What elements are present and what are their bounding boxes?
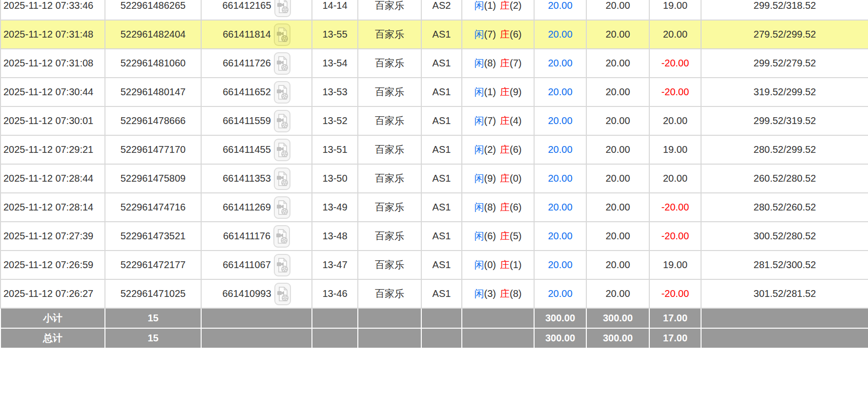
player-result-group: 闲(9) (475, 173, 496, 184)
bet-record-row[interactable]: 2025-11-12 07:26:27 522961471025 6614109… (0, 279, 868, 308)
player-result-group: 闲(6) (475, 231, 496, 241)
bet-record-row[interactable]: 2025-11-12 07:26:59 522961472177 6614110… (0, 251, 868, 279)
bet-time-cell: 2025-11-12 07:30:01 (0, 106, 105, 135)
game-no-text: 661411353 (223, 173, 271, 184)
player-result-group: 闲(7) (475, 29, 496, 40)
player-label: 闲 (475, 259, 484, 270)
player-result-group: 闲(1) (475, 86, 496, 97)
bet-amount-link[interactable]: 20.00 (548, 115, 572, 126)
bet-record-row[interactable]: 2025-11-12 07:28:14 522961474716 6614112… (0, 193, 868, 222)
banker-points: (9) (510, 86, 521, 97)
video-replay-icon (274, 254, 290, 276)
bet-amount-link[interactable]: 20.00 (548, 29, 572, 40)
game-type-cell: 百家乐 (358, 164, 421, 193)
bet-amount-cell: 20.00 (534, 222, 586, 251)
bet-id-cell: 522961472177 (105, 251, 201, 279)
table-name-cell: AS1 (421, 20, 462, 49)
video-replay-button[interactable] (274, 168, 290, 190)
player-result-group: 闲(8) (475, 58, 496, 68)
banker-points: (7) (510, 58, 521, 68)
video-replay-icon (274, 110, 290, 132)
video-replay-button[interactable] (274, 196, 290, 219)
video-replay-icon (274, 283, 291, 305)
game-type-cell: 百家乐 (358, 193, 421, 222)
player-label: 闲 (475, 231, 484, 241)
round-cell: 13-53 (312, 78, 358, 106)
result-cell: 闲(8)庄(6) (462, 193, 534, 222)
bet-amount-link[interactable]: 20.00 (548, 259, 572, 270)
game-no-cell: 661411353 (201, 164, 312, 193)
balance-cell: 300.52/280.52 (701, 222, 868, 251)
table-name-cell: AS2 (421, 0, 462, 20)
valid-amount-cell: 20.00 (586, 164, 649, 193)
video-replay-button[interactable] (274, 81, 290, 104)
bet-amount-link[interactable]: 20.00 (548, 144, 572, 155)
player-result-group: 闲(3) (475, 288, 496, 299)
video-replay-icon (274, 0, 291, 17)
bet-record-row[interactable]: 2025-11-12 07:28:44 522961475809 6614113… (0, 164, 868, 193)
bet-amount-link[interactable]: 20.00 (548, 288, 572, 299)
game-type-cell: 百家乐 (358, 135, 421, 164)
balance-cell: 281.52/300.52 (701, 251, 868, 279)
summary-count-cell: 15 (105, 328, 201, 348)
game-no-text: 661411652 (223, 86, 271, 98)
player-points: (2) (484, 144, 496, 155)
summary-empty-cell (201, 308, 312, 328)
game-no-cell: 661411067 (201, 251, 312, 279)
banker-result-group: 庄(1) (500, 259, 521, 270)
balance-cell: 299.52/319.52 (701, 106, 868, 135)
video-replay-button[interactable] (274, 52, 290, 75)
bet-record-row[interactable]: 2025-11-12 07:31:08 522961481060 6614117… (0, 49, 868, 78)
game-type-cell: 百家乐 (358, 78, 421, 106)
video-replay-button[interactable] (274, 0, 291, 17)
player-label: 闲 (475, 58, 484, 68)
video-replay-button[interactable] (274, 254, 290, 276)
bet-record-row[interactable]: 2025-11-12 07:30:44 522961480147 6614116… (0, 78, 868, 106)
bet-amount-link[interactable]: 20.00 (548, 0, 572, 11)
balance-cell: 280.52/299.52 (701, 135, 868, 164)
bet-record-row[interactable]: 2025-11-12 07:31:48 522961482404 6614118… (0, 20, 868, 49)
bet-record-row[interactable]: 2025-11-12 07:27:39 522961473521 6614111… (0, 222, 868, 251)
valid-amount-cell: 20.00 (586, 222, 649, 251)
bet-amount-link[interactable]: 20.00 (548, 173, 572, 184)
win-loss-cell: 19.00 (649, 0, 701, 20)
bet-record-row[interactable]: 2025-11-12 07:29:21 522961477170 6614114… (0, 135, 868, 164)
banker-points: (4) (510, 115, 521, 126)
bet-record-row[interactable]: 2025-11-12 07:30:01 522961478666 6614115… (0, 106, 868, 135)
bet-time-cell: 2025-11-12 07:26:27 (0, 279, 105, 308)
bet-amount-link[interactable]: 20.00 (548, 231, 572, 241)
game-no-group: 661411176 (202, 225, 311, 248)
bet-id-cell: 522961475809 (105, 164, 201, 193)
player-label: 闲 (475, 29, 484, 40)
player-points: (8) (484, 58, 496, 68)
game-no-text: 661411814 (223, 29, 271, 40)
video-replay-button[interactable] (274, 23, 290, 46)
game-no-group: 661411652 (202, 81, 311, 104)
summary-empty-cell (312, 308, 358, 328)
video-replay-icon (274, 168, 290, 190)
banker-points: (6) (510, 29, 521, 40)
banker-label: 庄 (500, 231, 510, 241)
video-replay-button[interactable] (274, 139, 290, 161)
banker-label: 庄 (500, 173, 510, 184)
win-loss-cell: -20.00 (649, 49, 701, 78)
player-result-group: 闲(1) (475, 0, 496, 11)
video-replay-button[interactable] (274, 283, 291, 305)
video-replay-button[interactable] (274, 110, 290, 132)
bet-amount-link[interactable]: 20.00 (548, 58, 572, 68)
game-no-cell: 661410993 (201, 279, 312, 308)
round-cell: 13-51 (312, 135, 358, 164)
banker-points: (2) (510, 0, 521, 11)
bet-amount-link[interactable]: 20.00 (548, 86, 572, 97)
video-replay-button[interactable] (273, 225, 290, 248)
game-type-cell: 百家乐 (358, 279, 421, 308)
bet-record-row[interactable]: 2025-11-12 07:33:46 522961486265 6614121… (0, 0, 868, 20)
round-cell: 13-50 (312, 164, 358, 193)
game-type-cell: 百家乐 (358, 20, 421, 49)
win-loss-cell: -20.00 (649, 279, 701, 308)
bet-amount-cell: 20.00 (534, 251, 586, 279)
summary-label-cell: 总计 (0, 328, 105, 348)
bet-amount-link[interactable]: 20.00 (548, 202, 572, 212)
win-loss-cell: -20.00 (649, 222, 701, 251)
banker-label: 庄 (500, 259, 510, 270)
